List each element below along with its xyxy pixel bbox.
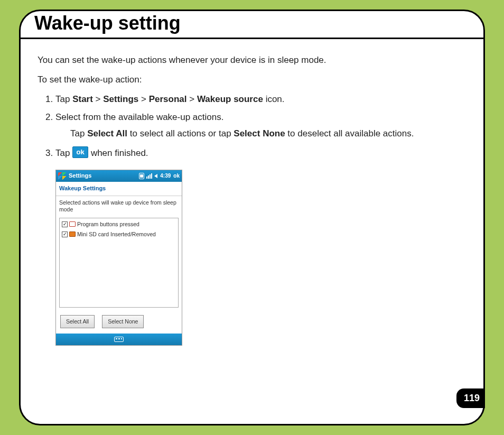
keyboard-icon[interactable]	[114, 337, 124, 342]
select-all-button[interactable]: Select All	[60, 315, 95, 328]
steps-list: Tap Start > Settings > Personal > Wakeup…	[55, 92, 466, 160]
step-1: Tap Start > Settings > Personal > Wakeup…	[55, 92, 466, 106]
device-topbar: Settings 4:39 ok	[56, 170, 182, 182]
windows-start-icon[interactable]	[58, 172, 67, 180]
device-description: Selected actions will wake up device fro…	[56, 196, 182, 216]
step-2-sub: Tap Select All to select all actions or …	[70, 126, 466, 141]
manual-page-frame: Wake-up setting You can set the wake-up …	[19, 10, 485, 425]
sd-card-icon	[69, 232, 76, 237]
device-screenshot: Settings 4:39 ok Wakeup Settings Selecte…	[55, 170, 182, 346]
title-bar: Wake-up setting	[20, 10, 484, 39]
program-button-icon	[69, 221, 76, 227]
select-none-button[interactable]: Select None	[102, 315, 144, 328]
device-screen-title: Wakeup Settings	[56, 182, 182, 196]
lead-text: To set the wake-up action:	[38, 72, 466, 87]
device-time: 4:39	[160, 172, 171, 180]
body-content: You can set the wake-up actions whenever…	[38, 53, 466, 346]
step-3: Tap ok when finished.	[55, 146, 466, 160]
connectivity-icon	[139, 173, 144, 179]
list-item-label: Mini SD card Inserted/Removed	[77, 230, 156, 239]
checkbox-icon[interactable]: ✓	[62, 221, 68, 227]
page-number: 119	[456, 388, 485, 408]
page-title: Wake-up setting	[34, 12, 181, 34]
signal-icon	[146, 173, 152, 179]
device-ok-button[interactable]: ok	[173, 172, 180, 180]
wakeup-actions-list: ✓ Program buttons pressed ✓ Mini SD card…	[59, 218, 179, 308]
list-item-label: Program buttons pressed	[77, 220, 139, 229]
device-bottombar	[56, 334, 182, 345]
step-2: Select from the available wake-up action…	[55, 110, 466, 141]
list-item[interactable]: ✓ Mini SD card Inserted/Removed	[60, 229, 178, 239]
ok-icon: ok	[72, 146, 88, 158]
checkbox-icon[interactable]: ✓	[62, 232, 68, 237]
device-topbar-title: Settings	[69, 171, 91, 181]
intro-text: You can set the wake-up actions whenever…	[38, 53, 466, 67]
speaker-icon	[154, 174, 157, 178]
device-button-row: Select All Select None	[56, 312, 182, 334]
list-item[interactable]: ✓ Program buttons pressed	[60, 219, 178, 229]
